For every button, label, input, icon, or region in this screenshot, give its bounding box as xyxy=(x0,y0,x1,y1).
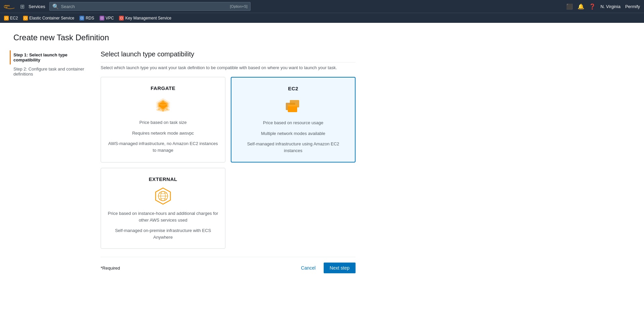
nav-right-section: ⬛ 🔔 ❓ N. Virginia Permify xyxy=(566,3,640,10)
ec2-desc-3: Self-managed infrastructure using Amazon… xyxy=(238,141,348,154)
required-label: *Required xyxy=(101,266,120,271)
cards-grid: FARGATE xyxy=(101,77,356,162)
ec2-card[interactable]: EC2 Pri xyxy=(231,77,356,162)
cancel-button[interactable]: Cancel xyxy=(297,263,320,273)
ec2-card-title: EC2 xyxy=(288,86,299,91)
sidebar: Step 1: Select launch type compatibility… xyxy=(13,50,87,273)
region-selector[interactable]: N. Virginia xyxy=(600,4,621,9)
ec2-desc-1: Price based on resource usage xyxy=(263,120,323,126)
svg-point-8 xyxy=(166,108,168,110)
external-desc-1: Price based on instance-hours and additi… xyxy=(108,210,218,223)
account-menu[interactable]: Permify xyxy=(625,4,640,9)
sidebar-step-2[interactable]: Step 2: Configure task and container def… xyxy=(13,64,87,79)
page-title: Create new Task Definition xyxy=(13,33,631,42)
bell-icon[interactable]: 🔔 xyxy=(578,3,584,10)
search-shortcut: [Option+S] xyxy=(230,4,248,8)
fav-ecs[interactable]: ⬡ Elastic Container Service xyxy=(23,16,74,20)
vpc-fav-icon: ⬡ xyxy=(100,16,104,20)
svg-point-6 xyxy=(158,108,160,110)
svg-rect-12 xyxy=(288,105,297,106)
main-layout: Step 1: Select launch type compatibility… xyxy=(13,50,631,273)
external-desc-2: Self-managed on-premise infrastructure w… xyxy=(108,227,218,240)
ec2-fav-icon: ⬡ xyxy=(4,16,9,20)
ec2-icon xyxy=(283,95,303,115)
fav-vpc[interactable]: ⬡ VPC xyxy=(100,16,114,20)
fargate-icon xyxy=(153,95,173,115)
next-step-button[interactable]: Next step xyxy=(324,263,356,273)
fargate-card-title: FARGATE xyxy=(151,85,175,91)
empty-placeholder xyxy=(231,168,356,249)
favorites-bar: ⬡ EC2 ⬡ Elastic Container Service ⬡ RDS … xyxy=(0,13,644,23)
fargate-desc-2: Requires network mode awsvpc xyxy=(132,130,194,137)
footer-buttons: Cancel Next step xyxy=(297,263,356,273)
fargate-desc-3: AWS-managed infrastructure, no Amazon EC… xyxy=(108,140,218,153)
kms-fav-icon: ⬡ xyxy=(119,16,124,20)
services-nav-label[interactable]: Services xyxy=(29,4,45,9)
section-title: Select launch type compatibility xyxy=(101,50,356,62)
fav-rds-label: RDS xyxy=(86,16,94,20)
fav-kms-label: Key Management Service xyxy=(125,16,171,20)
ec2-desc-2: Multiple network modes available xyxy=(261,130,325,137)
top-navigation: aws ⊞ Services 🔍 [Option+S] ⬛ 🔔 ❓ N. Vir… xyxy=(0,0,644,13)
main-content: Select launch type compatibility Select … xyxy=(101,50,356,273)
rds-fav-icon: ⬡ xyxy=(79,16,84,20)
fav-ec2[interactable]: ⬡ EC2 xyxy=(4,16,18,20)
fav-kms[interactable]: ⬡ Key Management Service xyxy=(119,16,171,20)
fargate-card[interactable]: FARGATE xyxy=(101,77,225,162)
page-content: Create new Task Definition Step 1: Selec… xyxy=(0,23,644,326)
fav-vpc-label: VPC xyxy=(106,16,114,20)
terminal-icon[interactable]: ⬛ xyxy=(566,3,573,10)
svg-point-7 xyxy=(162,110,164,111)
external-icon xyxy=(153,186,173,206)
fav-rds[interactable]: ⬡ RDS xyxy=(79,16,94,20)
grid-icon[interactable]: ⊞ xyxy=(20,3,24,10)
sidebar-step-1[interactable]: Step 1: Select launch type compatibility xyxy=(10,50,87,64)
aws-logo[interactable]: aws xyxy=(4,3,16,10)
svg-text:aws: aws xyxy=(5,4,10,7)
footer-actions: *Required Cancel Next step xyxy=(101,263,356,273)
fav-ec2-label: EC2 xyxy=(10,16,18,20)
ecs-fav-icon: ⬡ xyxy=(23,16,28,20)
cards-grid-row2: EXTERNAL Price based o xyxy=(101,168,356,249)
search-bar[interactable]: 🔍 [Option+S] xyxy=(49,2,251,11)
search-input[interactable] xyxy=(61,4,228,9)
footer-divider xyxy=(101,257,356,257)
help-icon[interactable]: ❓ xyxy=(589,3,596,10)
external-card-title: EXTERNAL xyxy=(149,176,177,182)
section-description: Select which launch type you want your t… xyxy=(101,65,356,70)
fargate-desc-1: Price based on task size xyxy=(140,119,187,126)
search-icon: 🔍 xyxy=(52,3,59,10)
external-card[interactable]: EXTERNAL Price based o xyxy=(101,168,225,249)
fav-ecs-label: Elastic Container Service xyxy=(29,16,74,20)
